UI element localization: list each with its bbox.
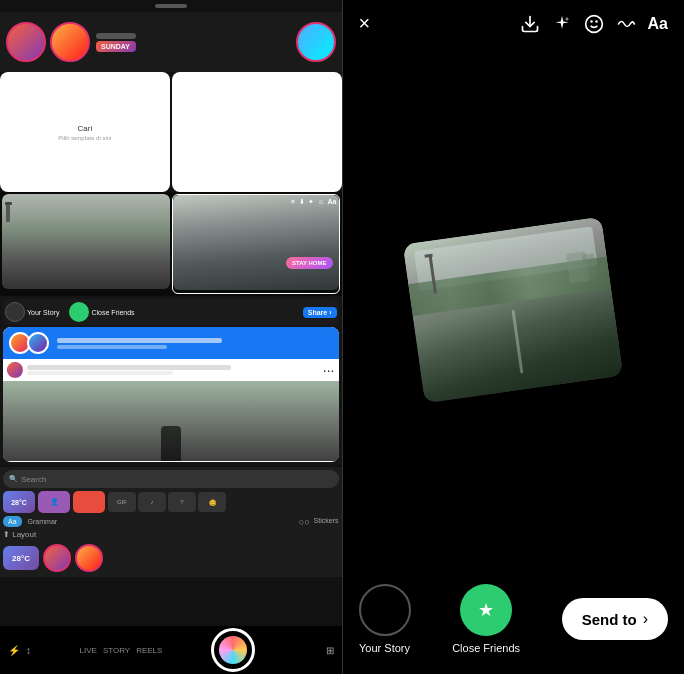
gallery-icon[interactable]: ⊞ (304, 645, 334, 656)
bottom-bar: Your Story ★ Close Friends Send to › (343, 572, 685, 674)
story-mode[interactable]: STORY (103, 646, 130, 655)
red-sticker[interactable] (73, 491, 105, 513)
road-grid: ✕ ⬇ ✦ ☺ Aa STAY HOME (0, 192, 342, 296)
your-story-option[interactable]: Your Story (359, 584, 411, 654)
squiggle-button[interactable] (616, 14, 636, 34)
close-icon-small[interactable]: ✕ (290, 198, 296, 206)
white-card-1-title: Cari (78, 124, 93, 133)
top-stories-row: SUNDAY (0, 12, 342, 72)
white-card-1[interactable]: Cari Pilih template di sini (0, 72, 170, 192)
search-placeholder: Search (21, 475, 46, 484)
photo-road-bg (403, 216, 623, 402)
canvas-area (343, 47, 685, 572)
music-sticker[interactable]: ♪ (138, 492, 166, 512)
shutter-button[interactable] (211, 628, 255, 672)
circle-icon: ○○ (299, 517, 310, 527)
your-story-text: Your Story (27, 309, 59, 316)
send-chevron-icon: › (643, 610, 648, 628)
ig-avatar-2 (27, 332, 49, 354)
close-friends-text: Close Friends (91, 309, 134, 316)
temperature-sticker[interactable]: 28°C (3, 491, 35, 513)
send-to-button[interactable]: Send to › (562, 598, 668, 640)
avatar-2[interactable] (50, 22, 90, 62)
28c-badge[interactable]: 28°C (3, 546, 39, 570)
sunday-label: SUNDAY (96, 41, 136, 52)
ig-header (3, 327, 339, 359)
stay-home-sticker: STAY HOME (286, 257, 333, 269)
bolt-icon[interactable]: ⚡ (8, 645, 20, 656)
mode-labels: LIVE STORY REELS (80, 646, 163, 655)
sticker-label-small: Stickers (314, 517, 339, 527)
left-panel: SUNDAY Cari Pilih template di sini (0, 0, 342, 674)
story-circle-small-2[interactable] (75, 544, 103, 572)
right-panel: × (343, 0, 685, 674)
sticker-row-2: Aa Grammar ○○ Stickers (3, 516, 339, 527)
ig-feed-actions: ♡ 💬 ✈ (3, 461, 339, 462)
cam-icons-left: ⚡ ↕ (8, 645, 31, 656)
ig-feed-preview: ··· ♡ 💬 ✈ (3, 327, 339, 462)
ig-user-row: ··· (3, 359, 339, 381)
share-button[interactable]: Share › (303, 307, 337, 318)
white-card-1-sub: Pilih template di sini (58, 135, 111, 141)
story-circle-small[interactable] (43, 544, 71, 572)
shutter-inner (219, 636, 247, 664)
sticker-row-3: ⬆ Layout (3, 530, 339, 539)
live-mode[interactable]: LIVE (80, 646, 97, 655)
grammar-label: Grammar (28, 518, 58, 525)
your-story-circle (359, 584, 411, 636)
toolbar-right: Aa (520, 14, 668, 34)
gif-sticker[interactable]: GIF (108, 492, 136, 512)
white-card-2[interactable] (172, 72, 342, 192)
ig-profile-pic (7, 362, 23, 378)
download-icon-small[interactable]: ⬇ (299, 198, 305, 206)
road-thumb-right[interactable]: ✕ ⬇ ✦ ☺ Aa STAY HOME (172, 194, 340, 294)
close-button[interactable]: × (359, 12, 371, 35)
person-silhouette-2 (161, 426, 181, 461)
drag-handle[interactable] (155, 4, 187, 8)
close-friends-label: Close Friends (452, 642, 520, 654)
avatar-1[interactable] (6, 22, 46, 62)
close-friends-avatar (69, 302, 89, 322)
sparkle-button[interactable] (552, 14, 572, 34)
sticker-search[interactable]: 🔍 Search (3, 470, 339, 488)
bottom-sticker-row: 28°C (3, 542, 339, 574)
svg-point-1 (585, 15, 602, 32)
download-button[interactable] (520, 14, 540, 34)
avatar-3[interactable] (296, 22, 336, 62)
road-thumb-left[interactable] (2, 194, 170, 294)
your-story-avatar (5, 302, 25, 322)
aa-sticker[interactable]: Aa (3, 516, 22, 527)
camera-bar: ⚡ ↕ LIVE STORY REELS ⊞ (0, 626, 342, 674)
face-button[interactable] (584, 14, 604, 34)
text-icon-small[interactable]: Aa (328, 198, 337, 206)
text-button[interactable]: Aa (648, 15, 668, 33)
flip-icon[interactable]: ↕ (26, 645, 31, 656)
top-toolbar: × (343, 0, 685, 47)
question-sticker[interactable]: ? (168, 492, 196, 512)
photo-card[interactable] (403, 216, 623, 402)
lamp-arm (425, 253, 433, 257)
avatar-sticker[interactable]: 👤 (38, 491, 70, 513)
emoji-sticker[interactable]: 😊 (198, 492, 226, 512)
stories-overlay: Your Story Close Friends Share › (0, 296, 342, 465)
face-icon-small[interactable]: ☺ (317, 198, 324, 206)
sticker-tray: 🔍 Search 28°C 👤 GIF ♪ ? 😊 Aa Grammar ○○ … (0, 467, 342, 577)
ig-post-image (3, 381, 339, 461)
sparkle-icon-small[interactable]: ✦ (308, 198, 314, 206)
close-friends-circle: ★ (460, 584, 512, 636)
sticker-row-1: 28°C 👤 GIF ♪ ? 😊 (3, 491, 339, 513)
reels-mode[interactable]: REELS (136, 646, 162, 655)
your-story-label: Your Story (359, 642, 410, 654)
layout-label: ⬆ Layout (3, 530, 36, 539)
photo-grid-top: Cari Pilih template di sini (0, 72, 342, 192)
close-friends-option[interactable]: ★ Close Friends (452, 584, 520, 654)
send-to-text: Send to (582, 611, 637, 628)
